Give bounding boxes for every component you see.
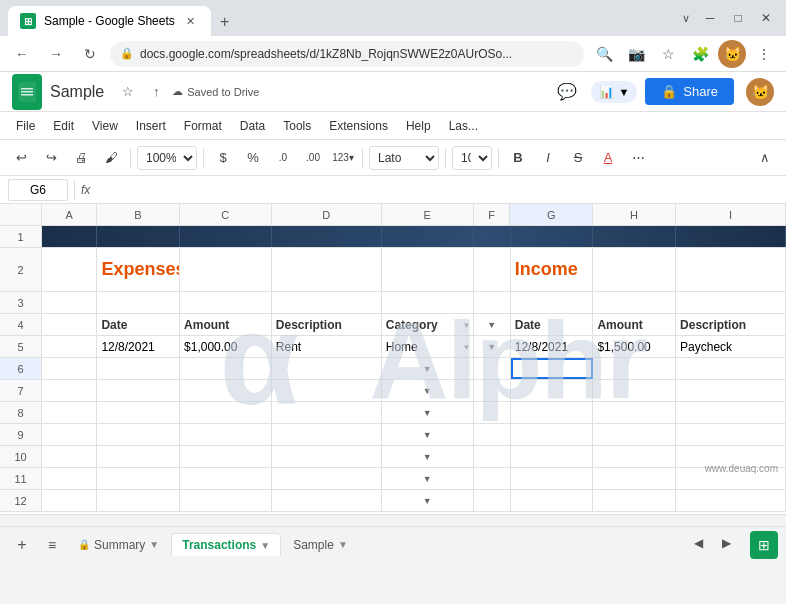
col-header-g[interactable]: G <box>510 204 593 225</box>
grid-cell[interactable] <box>676 292 786 313</box>
sheet-menu-button[interactable]: ≡ <box>38 531 66 559</box>
menu-data[interactable]: Data <box>232 116 273 136</box>
grid-cell[interactable] <box>676 380 786 401</box>
expense-category-cell[interactable]: Home ▼ <box>382 336 474 357</box>
grid-cell[interactable] <box>272 226 382 247</box>
grid-cell[interactable] <box>97 380 180 401</box>
menu-last-edit[interactable]: Las... <box>441 116 486 136</box>
sheet-tab-summary[interactable]: 🔒 Summary ▼ <box>68 534 169 556</box>
grid-cell[interactable] <box>272 402 382 423</box>
sheet-tab-sample[interactable]: Sample ▼ <box>283 534 358 556</box>
income-amount-col-header[interactable]: Amount <box>593 314 676 335</box>
grid-cell[interactable] <box>474 358 511 379</box>
grid-cell[interactable] <box>97 226 180 247</box>
grid-cell[interactable] <box>593 248 676 291</box>
col-header-i[interactable]: I <box>676 204 786 225</box>
grid-cell[interactable]: ▼ <box>382 446 474 467</box>
grid-cell[interactable] <box>382 226 474 247</box>
bookmark-icon[interactable]: ☆ <box>654 40 682 68</box>
grid-cell[interactable]: ▼ <box>382 468 474 489</box>
grid-cell[interactable] <box>511 226 594 247</box>
minimize-button[interactable]: ─ <box>698 6 722 30</box>
number-format-button[interactable]: 123▾ <box>330 145 356 171</box>
grid-cell[interactable] <box>180 226 272 247</box>
more-button[interactable]: ⋯ <box>625 145 651 171</box>
grid-cell[interactable] <box>272 468 382 489</box>
grid-cell[interactable] <box>180 358 272 379</box>
grid-cell[interactable] <box>272 490 382 511</box>
add-sheet-button[interactable]: + <box>8 531 36 559</box>
grid-cell[interactable] <box>97 402 180 423</box>
grid-cell[interactable] <box>42 490 97 511</box>
grid-cell[interactable]: ▼ <box>382 380 474 401</box>
menu-tools[interactable]: Tools <box>275 116 319 136</box>
grid-cell[interactable] <box>676 248 786 291</box>
currency-button[interactable]: $ <box>210 145 236 171</box>
description-col-header[interactable]: Description <box>272 314 382 335</box>
grid-cell[interactable] <box>42 424 97 445</box>
grid-cell[interactable] <box>474 226 511 247</box>
tab-close-button[interactable]: ✕ <box>183 13 199 29</box>
grid-cell[interactable] <box>382 292 474 313</box>
font-select[interactable]: Lato Arial Times New Roman <box>369 146 439 170</box>
col-header-b[interactable]: B <box>97 204 180 225</box>
expenses-header[interactable]: Expenses <box>97 248 180 291</box>
menu-extensions[interactable]: Extensions <box>321 116 396 136</box>
menu-view[interactable]: View <box>84 116 126 136</box>
back-button[interactable]: ← <box>8 40 36 68</box>
grid-cell[interactable] <box>42 468 97 489</box>
percent-button[interactable]: % <box>240 145 266 171</box>
expense-amount-cell[interactable]: $1,000.00 <box>180 336 272 357</box>
undo-button[interactable]: ↩ <box>8 145 34 171</box>
grid-cell[interactable] <box>42 314 97 335</box>
grid-cell[interactable] <box>42 336 97 357</box>
date-col-header[interactable]: Date <box>97 314 180 335</box>
grid-cell[interactable] <box>272 424 382 445</box>
income-date-col-header[interactable]: Date <box>511 314 594 335</box>
income-header[interactable]: Income <box>511 248 594 291</box>
sheet-nav-right-button[interactable]: ▶ <box>714 531 738 555</box>
grid-cell[interactable] <box>42 248 97 291</box>
amount-col-header[interactable]: Amount <box>180 314 272 335</box>
grid-cell[interactable] <box>474 380 511 401</box>
grid-cell[interactable] <box>593 226 676 247</box>
col-header-h[interactable]: H <box>593 204 676 225</box>
grid-cell[interactable] <box>272 446 382 467</box>
collapse-toolbar-button[interactable]: ∧ <box>752 145 778 171</box>
share-button[interactable]: 🔒 Share <box>645 78 734 105</box>
col-header-e[interactable]: E <box>382 204 474 225</box>
grid-cell[interactable] <box>511 402 594 423</box>
menu-edit[interactable]: Edit <box>45 116 82 136</box>
menu-format[interactable]: Format <box>176 116 230 136</box>
new-tab-button[interactable]: + <box>211 8 239 36</box>
decimal-more-button[interactable]: .00 <box>300 145 326 171</box>
reload-button[interactable]: ↻ <box>76 40 104 68</box>
explore-button[interactable]: ⊞ <box>750 531 778 559</box>
grid-cell[interactable] <box>97 490 180 511</box>
income-date-cell[interactable]: 12/8/2021 <box>511 336 594 357</box>
extensions-icon[interactable]: 🧩 <box>686 40 714 68</box>
grid-cell[interactable] <box>593 292 676 313</box>
grid-cell[interactable] <box>593 358 676 379</box>
screenshot-icon[interactable]: 📷 <box>622 40 650 68</box>
grid-cell[interactable] <box>474 402 511 423</box>
col-header-a[interactable]: A <box>42 204 97 225</box>
sheet-nav-left-button[interactable]: ◀ <box>686 531 710 555</box>
grid-cell[interactable] <box>180 248 272 291</box>
close-button[interactable]: ✕ <box>754 6 778 30</box>
grid-cell[interactable] <box>511 446 594 467</box>
italic-button[interactable]: I <box>535 145 561 171</box>
grid-cell[interactable] <box>474 446 511 467</box>
grid-cell[interactable] <box>97 292 180 313</box>
grid-cell[interactable] <box>272 380 382 401</box>
zoom-select[interactable]: 100% 75% 125% <box>137 146 197 170</box>
grid-cell[interactable] <box>474 248 511 291</box>
grid-cell[interactable] <box>676 402 786 423</box>
profile-icon[interactable]: 🐱 <box>718 40 746 68</box>
cell-reference-input[interactable] <box>8 179 68 201</box>
category-col-header[interactable]: Category ▼ <box>382 314 474 335</box>
grid-cell[interactable] <box>97 468 180 489</box>
redo-button[interactable]: ↪ <box>38 145 64 171</box>
grid-cell[interactable] <box>42 380 97 401</box>
grid-cell[interactable] <box>511 292 594 313</box>
